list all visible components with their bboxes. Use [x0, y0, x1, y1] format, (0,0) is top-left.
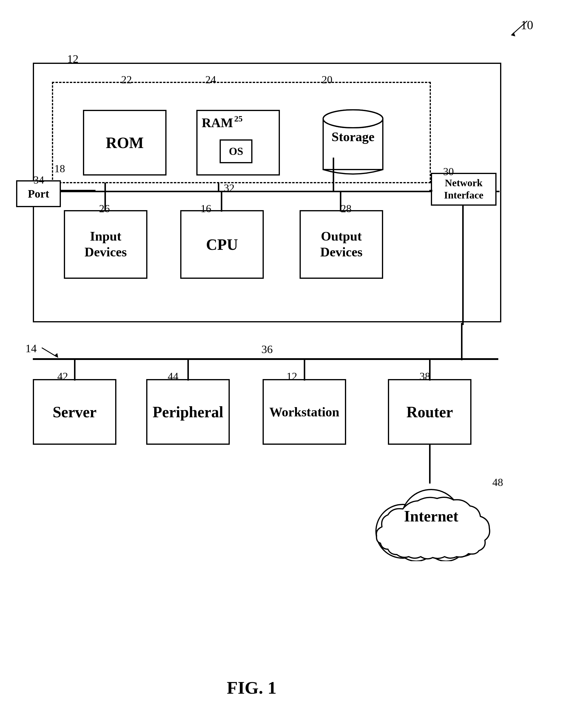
fig-number-10: 10: [503, 18, 533, 39]
cpu-label: CPU: [206, 236, 238, 253]
net-h-connector: [429, 190, 432, 192]
v-net-peripheral: [188, 358, 189, 381]
label-server: 42: [57, 370, 68, 383]
v-net-workstation: [304, 358, 305, 381]
ram-box: RAM 25 OS: [196, 110, 280, 176]
port-h-connector: [61, 190, 95, 192]
router-box: Router: [388, 379, 472, 445]
label-router: 38: [420, 370, 430, 383]
v-connector-storage: [333, 157, 334, 192]
output-devices-label: OutputDevices: [320, 228, 363, 260]
label-cpu: 16: [201, 202, 211, 215]
svg-marker-1: [511, 32, 515, 37]
server-label: Server: [53, 403, 96, 421]
ram-label: RAM: [202, 115, 233, 130]
port-label: Port: [28, 187, 49, 200]
cpu-box: CPU: [180, 210, 264, 279]
svg-line-5: [42, 348, 57, 357]
workstation-label: Workstation: [270, 404, 340, 420]
page: 10 12 ROM 22 RAM 25 OS: [0, 0, 572, 728]
label-storage: 20: [321, 73, 333, 86]
v-connector-ram: [218, 183, 219, 192]
label-port: 34: [33, 174, 44, 186]
workstation-box: Workstation: [263, 379, 346, 445]
label-internet: 48: [492, 476, 503, 488]
network-bus: [33, 358, 498, 360]
svg-marker-6: [54, 353, 58, 358]
v-connector-cpu: [221, 191, 222, 212]
label-rom: 22: [121, 73, 132, 86]
label-output-devices: 28: [341, 202, 352, 215]
label-dashed-region: 18: [54, 162, 65, 175]
router-label: Router: [407, 403, 453, 421]
figure-label: FIG. 1: [227, 677, 277, 698]
output-devices-box: OutputDevices: [300, 210, 383, 279]
outer-computer-box: ROM 22 RAM 25 OS 24: [33, 63, 501, 322]
network-interface-label: NetworkInterface: [444, 177, 483, 201]
memory-region-box: ROM 22 RAM 25 OS 24: [52, 82, 431, 183]
label-network: 14: [25, 342, 37, 355]
server-box: Server: [33, 379, 116, 445]
internet-label: Internet: [404, 508, 458, 525]
label-net-interface: 30: [443, 166, 454, 178]
v-net-server: [74, 358, 75, 381]
label-peripheral: 44: [168, 370, 178, 383]
storage-label: Storage: [332, 130, 374, 144]
input-devices-label: InputDevices: [84, 228, 127, 260]
rom-label: ROM: [105, 134, 144, 152]
label-net-bus: 36: [261, 343, 273, 356]
network-interface-box: NetworkInterface: [431, 173, 497, 206]
input-devices-box: InputDevices: [64, 210, 147, 279]
net-if-v-line: [462, 206, 464, 325]
peripheral-box: Peripheral: [146, 379, 230, 445]
label-workstation: 12: [286, 370, 297, 383]
rom-box: ROM: [83, 110, 166, 176]
internet-cloud: Internet: [358, 478, 504, 561]
os-label: OS: [229, 145, 243, 157]
label-ram: 24: [205, 73, 216, 86]
label-input-devices: 26: [99, 202, 110, 215]
figure-ref-label: 10: [521, 18, 533, 32]
svg-point-4: [323, 110, 383, 128]
v-outer-to-net: [461, 323, 462, 360]
storage-cylinder: Storage: [316, 106, 390, 177]
ram-sublabel: 25: [234, 114, 242, 124]
label-bus: 32: [224, 182, 234, 194]
os-box: OS: [220, 139, 253, 163]
peripheral-label: Peripheral: [153, 403, 223, 421]
